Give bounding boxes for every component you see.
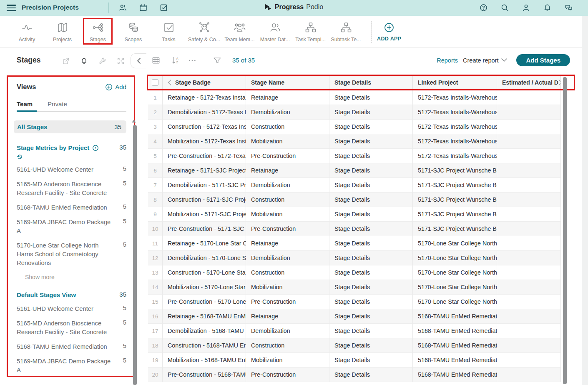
view-item-5168-tam[interactable]: 5168-TAMU EnMed Remediation5 [17,342,126,351]
cell-stage-details[interactable]: Stage Details [329,324,413,338]
cell-estimated-actual[interactable] [497,251,561,265]
cell-stage-name[interactable]: Mobilization [246,353,329,368]
cell-stage-badge[interactable]: Pre-Construction - 5172-Texas Installs-W… [163,149,246,163]
cell-stage-badge[interactable]: Mobilization - 5168-TAMU EnMed Remediati… [163,353,246,368]
cell-linked-project[interactable]: 5171-SJC Project Wunsche Build [413,192,497,207]
row-number[interactable]: 20 [148,368,163,382]
cell-stage-details[interactable]: Stage Details [329,353,413,368]
cell-stage-details[interactable]: Stage Details [329,368,413,382]
app-nav-item-tasks[interactable]: Tasks [151,21,186,42]
row-number[interactable]: 15 [148,295,163,309]
column-header-linked-project[interactable]: Linked Project [413,76,497,89]
cell-estimated-actual[interactable] [497,265,561,280]
row-number[interactable]: 10 [148,222,163,236]
view-section-header[interactable]: Default Stages View35 [17,291,126,299]
cell-estimated-actual[interactable] [497,368,561,382]
row-number[interactable]: 3 [148,120,163,134]
cell-stage-details[interactable]: Stage Details [329,149,413,163]
row-number[interactable]: 16 [148,309,163,324]
tasks-check-icon[interactable] [159,3,168,12]
cell-stage-name[interactable]: Pre-Construction [246,149,329,163]
cell-stage-name[interactable]: Retainage [246,236,329,251]
notifications-bell-icon[interactable] [543,3,552,12]
contacts-icon[interactable] [118,3,127,12]
cell-estimated-actual[interactable] [497,353,561,368]
table-scrollbar[interactable] [563,77,567,384]
view-item-5168-tam[interactable]: 5168-TAMU EnMed Remediation5 [17,203,126,212]
cell-linked-project[interactable]: 5172-Texas Installs-Warehouse [413,120,497,134]
cell-stage-badge[interactable]: Construction - 5170-Lone Star College No… [163,265,246,280]
cell-linked-project[interactable]: 5172-Texas Installs-Warehouse [413,149,497,163]
expand-icon[interactable] [117,57,125,65]
cell-stage-name[interactable]: Construction [246,265,329,280]
cell-estimated-actual[interactable] [497,295,561,309]
view-item-5169-mda[interactable]: 5169-MDA JBFAC Demo Package A5 [17,218,126,235]
cell-stage-badge[interactable]: Demobilization - 5172-Texas Installs-War… [163,105,246,120]
cell-estimated-actual[interactable] [497,222,561,236]
create-report-button[interactable]: Create report [463,57,507,64]
cell-stage-name[interactable]: Mobilization [246,207,329,222]
app-nav-item-team-mem[interactable]: Team Mem... [222,21,257,42]
cell-stage-badge[interactable]: Demobilization - 5171-SJC Project Wunsch… [163,178,246,192]
cell-stage-details[interactable]: Stage Details [329,338,413,353]
cell-linked-project[interactable]: 5172-Texas Installs-Warehouse [413,90,497,105]
cell-stage-details[interactable]: Stage Details [329,207,413,222]
cell-linked-project[interactable]: 5171-SJC Project Wunsche Build [413,222,497,236]
app-nav-item-safety-co[interactable]: Safety & Co... [186,21,222,42]
cell-stage-details[interactable]: Stage Details [329,222,413,236]
add-stages-button[interactable]: Add Stages [516,54,570,66]
row-number[interactable]: 2 [148,105,163,120]
reports-link[interactable]: Reports [437,57,458,64]
cell-stage-name[interactable]: Pre-Construction [246,368,329,382]
view-item-5161-uhd[interactable]: 5161-UHD Welcome Center5 [17,305,126,313]
cell-estimated-actual[interactable] [497,149,561,163]
cell-stage-details[interactable]: Stage Details [329,178,413,192]
add-app-button[interactable]: ADD APP [377,22,402,42]
table-view-icon[interactable] [152,56,160,65]
cell-stage-badge[interactable]: Pre-Construction - 5170-Lone Star Colleg… [163,295,246,309]
cell-stage-details[interactable]: Stage Details [329,265,413,280]
wrench-icon[interactable] [98,57,106,65]
cell-estimated-actual[interactable] [497,280,561,295]
search-icon[interactable] [500,3,509,12]
cell-linked-project[interactable]: 5168-TAMU EnMed Remediation [413,353,497,368]
cell-stage-name[interactable]: Retainage [246,309,329,324]
cell-stage-badge[interactable]: Demobilization - 5170-Lone Star College … [163,251,246,265]
cell-estimated-actual[interactable] [497,120,561,134]
cell-linked-project[interactable]: 5170-Lone Star College North Harris Scho… [413,280,497,295]
view-all-stages[interactable]: All Stages 35 [14,120,126,133]
cell-estimated-actual[interactable] [497,192,561,207]
cell-linked-project[interactable]: 5170-Lone Star College North Harris Scho… [413,236,497,251]
hamburger-menu-icon[interactable] [7,4,16,12]
column-header-stage-name[interactable]: Stage Name [246,76,329,89]
view-item-5169-mda[interactable]: 5169-MDA JBFAC Demo Package A5 [17,357,126,375]
calendar-icon[interactable] [139,3,148,12]
view-item-5161-uhd[interactable]: 5161-UHD Welcome Center5 [17,165,126,174]
cell-stage-details[interactable]: Stage Details [329,163,413,178]
row-number[interactable]: 4 [148,134,163,149]
cell-stage-badge[interactable]: Mobilization - 5170-Lone Star College No… [163,280,246,295]
app-nav-item-task-templ[interactable]: Task Templ... [293,21,328,42]
workspace-title[interactable]: Precision Projects [22,4,79,11]
filter-result-count[interactable]: 35 of 35 [232,57,255,64]
bell-icon[interactable] [80,57,88,65]
cell-stage-details[interactable]: Stage Details [329,105,413,120]
cell-stage-name[interactable]: Retainage [246,90,329,105]
tab-private[interactable]: Private [48,100,67,108]
cell-stage-badge[interactable]: Retainage - 5170-Lone Star College North… [163,236,246,251]
app-nav-item-scopes[interactable]: Scopes [116,21,151,42]
cell-stage-details[interactable]: Stage Details [329,90,413,105]
cell-linked-project[interactable]: 5168-TAMU EnMed Remediation [413,324,497,338]
cell-estimated-actual[interactable] [497,105,561,120]
cell-stage-name[interactable]: Mobilization [246,280,329,295]
row-number[interactable]: 13 [148,265,163,280]
add-view-button[interactable]: Add [105,83,126,91]
row-number[interactable]: 19 [148,353,163,368]
view-item-5165-md[interactable]: 5165-MD Anderson Bioscience Research Fac… [17,180,126,198]
cell-estimated-actual[interactable] [497,163,561,178]
cell-estimated-actual[interactable] [497,207,561,222]
column-header-stage-details[interactable]: Stage Details [329,76,413,89]
cell-stage-details[interactable]: Stage Details [329,120,413,134]
cell-linked-project[interactable]: 5168-TAMU EnMed Remediation [413,309,497,324]
history-icon[interactable] [17,154,126,160]
